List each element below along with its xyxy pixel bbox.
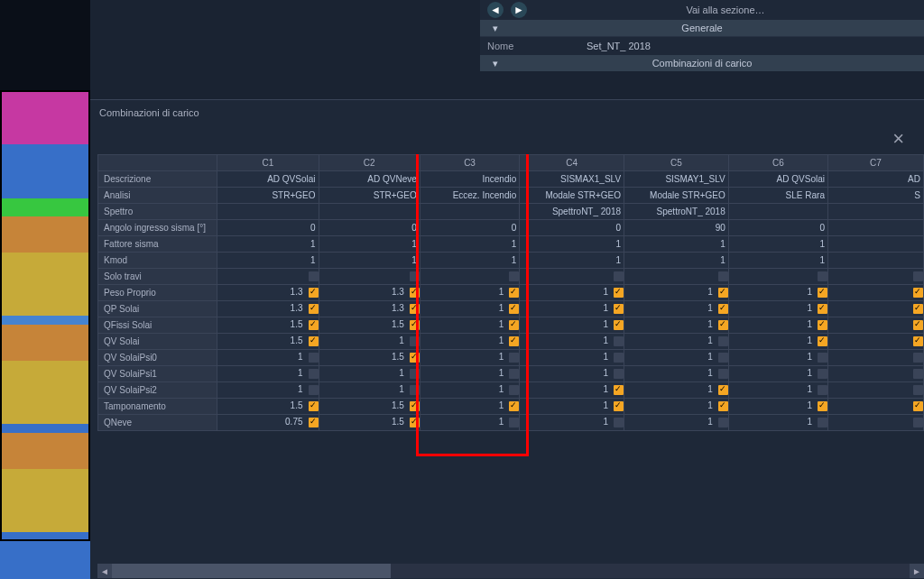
cell-analisi-C2[interactable]: STR+GEO — [319, 188, 420, 204]
checkbox-qv-C2[interactable] — [410, 336, 420, 346]
cell-tamp-C3[interactable]: 1 — [420, 399, 519, 415]
cell-peso-C1[interactable]: 1.3 — [217, 285, 319, 301]
checkbox-qvpsi2-C6[interactable] — [818, 385, 827, 395]
cell-spettro-C2[interactable] — [319, 204, 420, 220]
close-button[interactable]: × — [892, 127, 904, 151]
cell-kmod-C1[interactable]: 1 — [217, 253, 319, 269]
cell-analisi-C4[interactable]: Modale STR+GEO — [520, 188, 624, 204]
cell-fattore-C1[interactable]: 1 — [217, 236, 319, 253]
cell-tamp-C6[interactable]: 1 — [728, 399, 827, 415]
checkbox-qp-C3[interactable] — [509, 304, 519, 314]
cell-peso-C2[interactable]: 1.3 — [319, 285, 420, 301]
checkbox-qneve-C5[interactable] — [718, 418, 728, 427]
checkbox-qvpsi1-C1[interactable] — [309, 369, 319, 379]
cell-qfissi-C1[interactable]: 1.5 — [217, 317, 319, 334]
scroll-thumb[interactable] — [112, 564, 391, 578]
nav-goto-label[interactable]: Vai alla sezione… — [527, 5, 924, 15]
checkbox-qv-C3[interactable] — [509, 336, 519, 346]
cell-descr-C5[interactable]: SISMAY1_SLV — [624, 171, 729, 188]
cell-qv-C3[interactable]: 1 — [420, 334, 519, 350]
cell-angolo-C3[interactable]: 0 — [420, 220, 519, 236]
cell-qv-C6[interactable]: 1 — [728, 334, 827, 350]
horizontal-scrollbar[interactable]: ◄ ► — [97, 564, 924, 578]
cell-analisi-C7[interactable]: S — [827, 188, 923, 204]
checkbox-qv-C5[interactable] — [718, 336, 728, 346]
cell-kmod-C7[interactable] — [827, 253, 923, 269]
checkbox-peso-C6[interactable] — [818, 288, 827, 298]
checkbox-solotravi-C4[interactable] — [614, 271, 624, 281]
cell-fattore-C2[interactable]: 1 — [319, 236, 420, 253]
scroll-right-arrow[interactable]: ► — [910, 564, 924, 578]
cell-tamp-C5[interactable]: 1 — [624, 399, 729, 415]
cell-descr-C3[interactable]: Incendio — [420, 171, 519, 188]
cell-qp-C6[interactable]: 1 — [728, 301, 827, 317]
checkbox-qvpsi0-C7[interactable] — [913, 353, 923, 363]
checkbox-qv-C4[interactable] — [614, 336, 624, 346]
cell-solotravi-C5[interactable] — [624, 269, 729, 285]
cell-qvpsi2-C5[interactable]: 1 — [624, 382, 729, 399]
checkbox-qneve-C4[interactable] — [614, 418, 624, 427]
checkbox-qp-C7[interactable] — [913, 304, 923, 314]
cell-angolo-C7[interactable] — [827, 220, 923, 236]
cell-fattore-C4[interactable]: 1 — [520, 236, 624, 253]
cell-qv-C2[interactable]: 1 — [319, 334, 420, 350]
cell-tamp-C1[interactable]: 1.5 — [217, 399, 319, 415]
column-header-C2[interactable]: C2 — [319, 155, 420, 171]
cell-qvpsi0-C6[interactable]: 1 — [728, 350, 827, 366]
cell-qv-C7[interactable] — [827, 334, 923, 350]
cell-qvpsi2-C6[interactable]: 1 — [728, 382, 827, 399]
column-header-C5[interactable]: C5 — [624, 155, 729, 171]
checkbox-tamp-C5[interactable] — [718, 401, 728, 411]
cell-qv-C4[interactable]: 1 — [520, 334, 624, 350]
cell-qvpsi1-C7[interactable] — [827, 366, 923, 382]
checkbox-qfissi-C1[interactable] — [309, 320, 319, 330]
cell-fattore-C6[interactable]: 1 — [728, 236, 827, 253]
checkbox-qvpsi0-C4[interactable] — [614, 353, 624, 363]
checkbox-qneve-C6[interactable] — [818, 418, 827, 427]
checkbox-solotravi-C6[interactable] — [818, 271, 827, 281]
checkbox-peso-C3[interactable] — [509, 288, 519, 298]
cell-qfissi-C2[interactable]: 1.5 — [319, 317, 420, 334]
cell-qp-C1[interactable]: 1.3 — [217, 301, 319, 317]
column-header-C1[interactable]: C1 — [217, 155, 319, 171]
checkbox-tamp-C6[interactable] — [818, 401, 827, 411]
checkbox-qvpsi2-C5[interactable] — [718, 385, 728, 395]
checkbox-qvpsi1-C2[interactable] — [410, 369, 420, 379]
cell-qp-C7[interactable] — [827, 301, 923, 317]
cell-qvpsi0-C1[interactable]: 1 — [217, 350, 319, 366]
checkbox-qvpsi0-C1[interactable] — [309, 353, 319, 363]
checkbox-qp-C4[interactable] — [614, 304, 624, 314]
cell-peso-C6[interactable]: 1 — [728, 285, 827, 301]
cell-spettro-C3[interactable] — [420, 204, 519, 220]
cell-qv-C1[interactable]: 1.5 — [217, 334, 319, 350]
cell-solotravi-C4[interactable] — [520, 269, 624, 285]
cell-qvpsi2-C7[interactable] — [827, 382, 923, 399]
checkbox-qfissi-C5[interactable] — [718, 320, 728, 330]
checkbox-qfissi-C4[interactable] — [614, 320, 624, 330]
checkbox-tamp-C1[interactable] — [309, 401, 319, 411]
cell-fattore-C5[interactable]: 1 — [624, 236, 729, 253]
checkbox-peso-C5[interactable] — [718, 288, 728, 298]
cell-solotravi-C3[interactable] — [420, 269, 519, 285]
cell-angolo-C1[interactable]: 0 — [217, 220, 319, 236]
section-combos-header[interactable]: ▾ Combinazioni di carico — [480, 55, 924, 71]
cell-angolo-C6[interactable]: 0 — [728, 220, 827, 236]
cell-qneve-C5[interactable]: 1 — [624, 415, 729, 431]
cell-solotravi-C7[interactable] — [827, 269, 923, 285]
cell-descr-C2[interactable]: AD QVNeve — [319, 171, 420, 188]
cell-kmod-C4[interactable]: 1 — [520, 253, 624, 269]
checkbox-tamp-C2[interactable] — [410, 401, 420, 411]
cell-qp-C5[interactable]: 1 — [624, 301, 729, 317]
section-general-header[interactable]: ▾ Generale — [480, 20, 924, 36]
checkbox-qp-C1[interactable] — [309, 304, 319, 314]
scroll-left-arrow[interactable]: ◄ — [97, 564, 112, 578]
cell-solotravi-C1[interactable] — [217, 269, 319, 285]
cell-qvpsi1-C1[interactable]: 1 — [217, 366, 319, 382]
checkbox-solotravi-C1[interactable] — [309, 271, 319, 281]
cell-analisi-C6[interactable]: SLE Rara — [728, 188, 827, 204]
cell-kmod-C6[interactable]: 1 — [728, 253, 827, 269]
scroll-track[interactable] — [112, 564, 910, 578]
checkbox-qvpsi2-C2[interactable] — [410, 385, 420, 395]
column-header-C6[interactable]: C6 — [728, 155, 827, 171]
checkbox-qfissi-C6[interactable] — [818, 320, 827, 330]
